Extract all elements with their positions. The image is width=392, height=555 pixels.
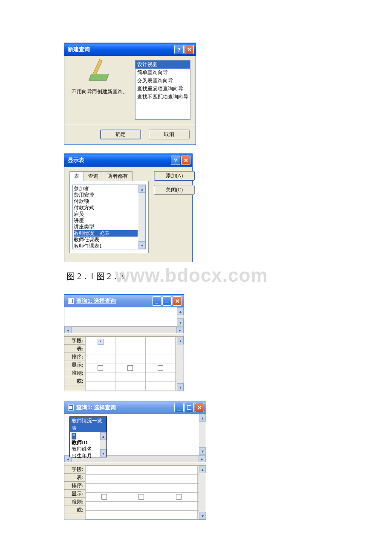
tab-both[interactable]: 两者都有 [103, 171, 133, 181]
vertical-scrollbar[interactable]: ▴ ▾ [177, 337, 184, 391]
scroll-up-icon[interactable]: ▴ [177, 307, 184, 315]
close-button[interactable]: ✕ [173, 296, 182, 306]
scroll-down-icon[interactable]: ▾ [177, 318, 184, 326]
query1-large-title: 查询1: 选择查询 [76, 404, 116, 411]
close-button[interactable]: ✕ [181, 156, 190, 165]
query-design-window-small: 查询1: 选择查询 _ ✕ ▴ ▾ ◂ ▸ 字段: 表: 排序: 显示: [64, 294, 184, 391]
show-table-titlebar[interactable]: 显示表 ? ✕ [64, 154, 192, 167]
row-header-or: 或: [64, 377, 85, 385]
scroll-up-icon[interactable]: ▴ [199, 465, 206, 473]
list-item[interactable]: 付款方式 [74, 205, 138, 211]
add-button[interactable]: 添加(A) [154, 171, 195, 181]
design-view-icon [90, 61, 110, 81]
field-list-caption: 教师情况一览表 [70, 417, 107, 432]
splitter[interactable] [64, 462, 206, 465]
new-query-type-listbox[interactable]: 设计视图 简单查询向导 交叉表查询向导 查找重复项查询向导 查找不匹配项查询向导 [135, 60, 190, 120]
tab-tables[interactable]: 表 [69, 171, 84, 181]
help-button[interactable]: ? [174, 45, 184, 54]
row-header-sort: 排序: [64, 482, 85, 490]
row-header-sort: 排序: [64, 353, 85, 361]
show-checkbox[interactable] [138, 494, 144, 500]
scroll-right-icon[interactable]: ▸ [176, 327, 184, 333]
list-item[interactable]: 查找重复项查询向导 [135, 85, 190, 93]
row-header-show: 显示: [64, 361, 85, 369]
tables-listbox[interactable]: 参加者 费用安排 付款额 付款方式 雇员 讲座 讲座类型 教师情况一览表 教师任… [72, 185, 146, 249]
show-table-title: 显示表 [68, 156, 84, 164]
scroll-down-icon[interactable]: ▾ [177, 383, 184, 391]
close-button[interactable]: ✕ [184, 45, 194, 54]
maximize-button[interactable] [162, 296, 172, 306]
field-list-item[interactable]: 教师姓名 [72, 446, 98, 453]
scroll-down-icon[interactable]: ▾ [138, 241, 145, 249]
tab-queries[interactable]: 查询 [84, 171, 103, 181]
query1-small-titlebar[interactable]: 查询1: 选择查询 _ ✕ [64, 295, 184, 307]
scroll-down-icon[interactable]: ▾ [199, 512, 206, 520]
show-checkbox[interactable] [127, 365, 133, 371]
vertical-scrollbar[interactable]: ▴ ▾ [138, 185, 145, 249]
field-list-box[interactable]: 教师情况一览表 * 教师ID 教师姓名 出生年月 ▴ ▾ [69, 416, 107, 457]
show-checkbox[interactable] [98, 365, 103, 371]
field-dropdown-icon[interactable]: ▾ [98, 339, 104, 345]
qbe-grid[interactable]: 字段: 表: 排序: 显示: 准则: 或: [64, 465, 206, 520]
show-table-dialog: 显示表 ? ✕ 表 查询 两者都有 参加者 费用安排 付款额 [64, 153, 193, 262]
row-header-field: 字段: [64, 337, 85, 345]
list-item[interactable]: 雇员 [74, 211, 138, 217]
list-item[interactable]: 参加者 [74, 185, 138, 192]
show-checkbox[interactable] [101, 494, 107, 500]
grid-row-headers: 字段: 表: 排序: 显示: 准则: 或: [64, 337, 85, 391]
list-item[interactable]: 教师任课表 [74, 237, 138, 243]
scroll-up-icon[interactable]: ▴ [199, 414, 206, 422]
close-dialog-button[interactable]: 关闭(C) [154, 185, 195, 195]
qbe-grid[interactable]: 字段: 表: 排序: 显示: 准则: 或: ▾ [64, 337, 184, 391]
list-item[interactable]: 查找不匹配项查询向导 [135, 93, 190, 101]
list-item[interactable]: 教师情况一览表 [74, 230, 138, 237]
row-header-criteria: 准则: [64, 498, 85, 506]
vertical-scrollbar[interactable]: ▴ ▾ [100, 432, 107, 457]
scroll-left-icon[interactable]: ◂ [64, 327, 72, 333]
new-query-titlebar[interactable]: 新建查询 ? ✕ [64, 43, 196, 56]
show-checkbox[interactable] [158, 365, 163, 371]
maximize-button[interactable] [184, 403, 194, 412]
field-list-item[interactable]: 教师ID [72, 439, 98, 446]
query-window-icon [68, 298, 74, 304]
vertical-scrollbar[interactable]: ▴ ▾ [199, 465, 206, 520]
help-button[interactable]: ? [171, 156, 180, 165]
new-query-dialog: 新建查询 ? ✕ 不用向导而创建新查询。 设计视图 简单查询向导 交叉表查询向导… [64, 43, 196, 145]
grid-columns[interactable] [85, 465, 206, 520]
list-item[interactable]: 费用安排 [74, 192, 138, 198]
list-item[interactable]: 交叉表查询向导 [135, 77, 190, 85]
field-list-item[interactable]: * [72, 433, 76, 439]
row-header-table: 表: [64, 345, 85, 353]
grid-row-headers: 字段: 表: 排序: 显示: 准则: 或: [64, 465, 85, 520]
list-item[interactable]: 讲座 [74, 217, 138, 224]
scroll-up-icon[interactable]: ▴ [138, 185, 145, 193]
list-item[interactable]: 设计视图 [135, 61, 190, 69]
show-checkbox[interactable] [176, 494, 182, 500]
scroll-up-icon[interactable]: ▴ [100, 432, 107, 440]
cancel-button[interactable]: 取消 [149, 130, 190, 139]
ok-button[interactable]: 确定 [100, 130, 141, 139]
grid-columns[interactable]: ▾ [85, 337, 184, 391]
row-header-criteria: 准则: [64, 369, 85, 377]
list-item[interactable]: 教师任课表1 [74, 243, 138, 249]
close-button[interactable]: ✕ [195, 403, 204, 412]
minimize-button[interactable]: _ [152, 296, 161, 306]
list-item[interactable]: 讲座类型 [74, 224, 138, 230]
splitter[interactable] [64, 333, 184, 337]
vertical-scrollbar[interactable]: ▴ ▾ [177, 307, 184, 326]
scroll-down-icon[interactable]: ▾ [100, 449, 107, 457]
list-item[interactable]: 简单查询向导 [135, 69, 190, 77]
new-query-description: 不用向导而创建新查询。 [70, 88, 130, 95]
query-window-icon [68, 405, 74, 410]
scroll-down-icon[interactable]: ▾ [199, 447, 206, 455]
vertical-scrollbar[interactable]: ▴ ▾ [199, 414, 206, 455]
table-diagram-pane[interactable]: ▴ ▾ [64, 307, 184, 327]
horizontal-scrollbar[interactable]: ◂ ▸ [64, 327, 184, 333]
scroll-up-icon[interactable]: ▴ [177, 337, 184, 344]
minimize-button[interactable]: _ [174, 403, 184, 412]
scroll-right-icon[interactable]: ▸ [199, 456, 206, 462]
query1-large-titlebar[interactable]: 查询1: 选择查询 _ ✕ [64, 401, 206, 414]
field-list-item[interactable]: 出生年月 [72, 453, 98, 460]
table-diagram-pane[interactable]: 教师情况一览表 * 教师ID 教师姓名 出生年月 ▴ ▾ ▴ ▾ [64, 414, 206, 455]
list-item[interactable]: 付款额 [74, 198, 138, 205]
